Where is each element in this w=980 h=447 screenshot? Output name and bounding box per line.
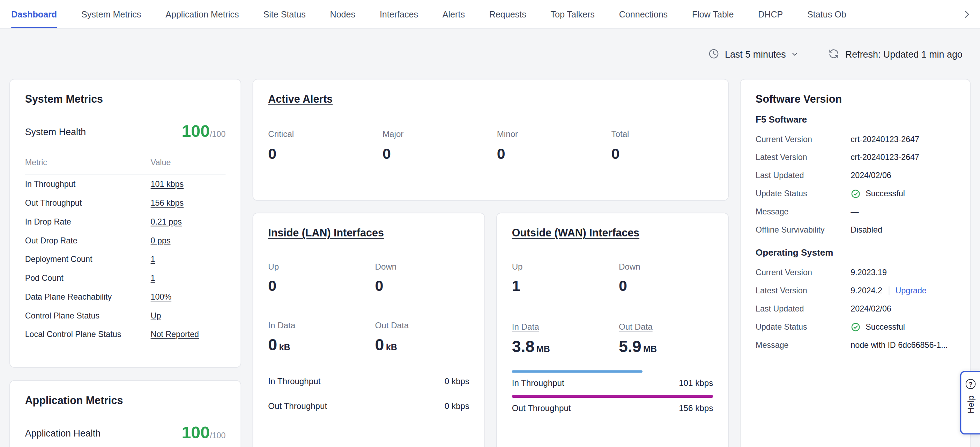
sw-label: Message — [756, 340, 851, 350]
metric-value-link[interactable]: 100% — [151, 292, 172, 301]
sw-value: node with ID 6dc66856-1... — [851, 340, 948, 350]
update-status: Successful — [851, 322, 905, 332]
sw-row: Update Status Successful — [756, 184, 955, 203]
refresh-control[interactable]: Refresh: Updated 1 min ago — [828, 48, 962, 59]
down-value: 0 — [375, 277, 482, 294]
table-row: Out Throughput156 kbps — [25, 193, 226, 212]
sw-label: Current Version — [756, 134, 851, 144]
out-throughput-value: 156 kbps — [679, 403, 713, 413]
sw-value: 2024/02/06 — [851, 304, 891, 313]
metric-value-link[interactable]: 0.21 pps — [151, 217, 182, 226]
sw-label: Latest Version — [756, 286, 851, 295]
tab-site-status[interactable]: Site Status — [263, 0, 305, 28]
tab-system-metrics[interactable]: System Metrics — [81, 0, 141, 28]
tab-dhcp[interactable]: DHCP — [758, 0, 783, 28]
time-range-label: Last 5 minutes — [725, 48, 786, 59]
system-health-score: 100/100 — [181, 123, 226, 140]
help-label: Help — [966, 395, 975, 413]
alert-stat-total: Total 0 — [611, 129, 713, 163]
in-data-link[interactable]: In Data — [512, 322, 539, 331]
up-value: 1 — [512, 277, 619, 294]
system-metrics-card: System Metrics System Health 100/100 Met… — [10, 79, 241, 368]
sw-label: Latest Version — [756, 153, 851, 162]
metric-value-link[interactable]: 156 kbps — [151, 198, 184, 208]
metric-name: In Throughput — [25, 179, 151, 188]
metric-value-link[interactable]: Not Reported — [151, 329, 199, 339]
column-header-value: Value — [151, 158, 171, 167]
tab-requests[interactable]: Requests — [489, 0, 526, 28]
tab-top-talkers[interactable]: Top Talkers — [551, 0, 595, 28]
lan-out-throughput-block: Out Throughput 0 kbps — [268, 393, 469, 411]
right-column: Software Version F5 Software Current Ver… — [740, 79, 970, 447]
active-alerts-title-link[interactable]: Active Alerts — [268, 93, 713, 106]
wan-updown-row: Up 1 Down 0 — [512, 262, 713, 294]
sw-row: Offline SurvivabilityDisabled — [756, 221, 955, 239]
down-value: 0 — [619, 277, 725, 294]
table-row: Local Control Plane StatusNot Reported — [25, 324, 226, 343]
application-health-score: 100/100 — [181, 425, 226, 441]
tab-interfaces[interactable]: Interfaces — [380, 0, 418, 28]
lan-data-row: In Data 0kB Out Data 0kB — [268, 321, 469, 353]
table-row: In Throughput101 kbps — [25, 175, 226, 193]
nav-scroll-right-button[interactable] — [928, 0, 980, 28]
metric-name: Pod Count — [25, 273, 151, 283]
lan-title-link[interactable]: Inside (LAN) Interfaces — [268, 227, 469, 239]
up-label: Up — [268, 262, 375, 271]
tab-alerts[interactable]: Alerts — [442, 0, 465, 28]
wan-title-link[interactable]: Outside (WAN) Interfaces — [512, 227, 713, 239]
system-health-max: /100 — [210, 129, 226, 139]
metric-name: Data Plane Reachability — [25, 292, 151, 301]
tab-dashboard[interactable]: Dashboard — [11, 0, 57, 28]
upgrade-link[interactable]: Upgrade — [896, 286, 927, 295]
metric-value-link[interactable]: 1 — [151, 254, 155, 263]
alert-stat-major: Major 0 — [382, 129, 497, 163]
tab-connections[interactable]: Connections — [619, 0, 668, 28]
in-throughput-label: In Throughput — [512, 378, 564, 388]
tab-application-metrics[interactable]: Application Metrics — [165, 0, 239, 28]
out-throughput-row: Out Throughput 156 kbps — [512, 403, 713, 413]
metric-value-link[interactable]: 0 pps — [151, 235, 171, 245]
alert-stat-minor: Minor 0 — [497, 129, 611, 163]
wan-in-data-stat: In Data 3.8MB — [512, 321, 619, 355]
out-throughput-bar — [512, 395, 713, 398]
metric-value-link[interactable]: Up — [151, 310, 161, 320]
help-icon: ? — [966, 379, 976, 389]
in-data-value: 0kB — [268, 336, 375, 353]
sw-row: Last Updated2024/02/06 — [756, 166, 955, 184]
stat-value: 0 — [611, 145, 713, 162]
nav-tabs: Dashboard System Metrics Application Met… — [11, 0, 846, 28]
down-label: Down — [375, 262, 482, 271]
sw-label: Last Updated — [756, 304, 851, 313]
metric-name: Out Throughput — [25, 198, 151, 208]
metric-value-link[interactable]: 101 kbps — [151, 179, 184, 188]
application-metrics-title: Application Metrics — [25, 394, 226, 407]
metrics-table-header: Metric Value — [25, 154, 226, 175]
lan-in-data-stat: In Data 0kB — [268, 321, 375, 353]
tab-status-objects[interactable]: Status Ob — [807, 0, 846, 28]
tab-flow-table[interactable]: Flow Table — [692, 0, 733, 28]
refresh-icon — [828, 48, 839, 59]
sw-label: Update Status — [756, 189, 851, 198]
wan-down-stat: Down 0 — [619, 262, 725, 294]
lan-in-throughput-block: In Throughput 0 kbps — [268, 369, 469, 386]
wan-out-throughput-block: Out Throughput 156 kbps — [512, 395, 713, 413]
metric-value-link[interactable]: 1 — [151, 273, 155, 283]
interfaces-row: Inside (LAN) Interfaces Up 0 Down 0 — [252, 213, 729, 447]
wan-out-data-stat: Out Data 5.9MB — [619, 321, 725, 355]
clock-icon — [708, 48, 719, 59]
update-status: Successful — [851, 188, 905, 199]
tab-nodes[interactable]: Nodes — [330, 0, 355, 28]
help-button[interactable]: ? Help — [960, 371, 980, 435]
lan-down-stat: Down 0 — [375, 262, 482, 294]
dashboard-grid: System Metrics System Health 100/100 Met… — [0, 79, 980, 447]
software-version-card: Software Version F5 Software Current Ver… — [740, 79, 970, 447]
sw-value: Disabled — [851, 225, 882, 235]
sw-value: — — [851, 207, 859, 217]
lan-updown-row: Up 0 Down 0 — [268, 262, 469, 294]
top-nav: Dashboard System Metrics Application Met… — [0, 0, 980, 29]
sw-value-with-action: 9.2024.2 Upgrade — [851, 286, 927, 295]
sw-label: Last Updated — [756, 171, 851, 180]
time-range-picker[interactable]: Last 5 minutes — [708, 48, 799, 59]
out-data-link[interactable]: Out Data — [619, 322, 652, 331]
in-data-unit: MB — [536, 344, 550, 354]
